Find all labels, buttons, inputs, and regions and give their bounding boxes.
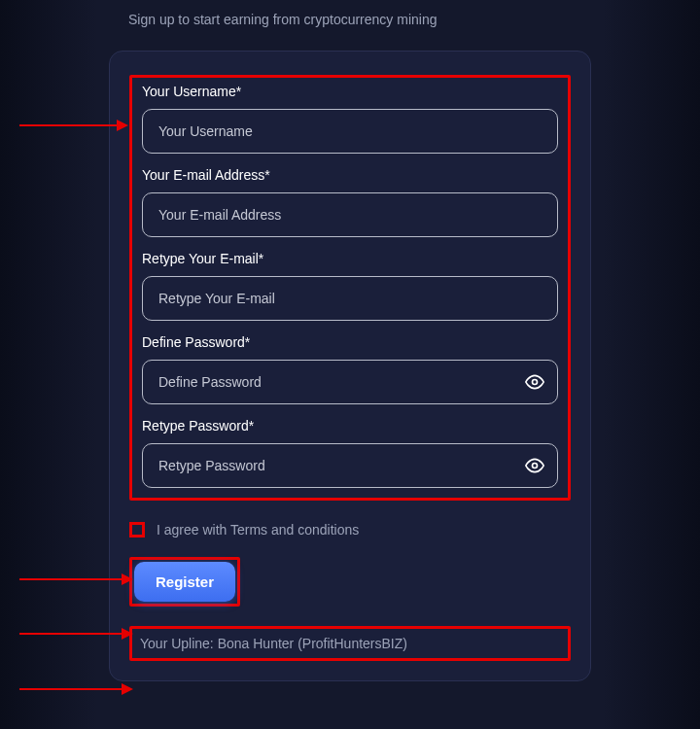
retype-email-input[interactable] bbox=[142, 276, 558, 321]
username-group: Your Username* bbox=[142, 84, 558, 154]
upline-highlight-box: Your Upline: Bona Hunter (ProfitHuntersB… bbox=[129, 626, 571, 661]
svg-point-1 bbox=[533, 464, 538, 469]
username-label: Your Username* bbox=[142, 84, 558, 99]
annotation-arrow bbox=[19, 578, 131, 580]
terms-label: I agree with Terms and conditions bbox=[157, 522, 359, 538]
annotation-arrow bbox=[19, 688, 131, 690]
svg-point-0 bbox=[533, 380, 538, 385]
password-label: Define Password* bbox=[142, 334, 558, 350]
upline-text: Your Upline: Bona Hunter (ProfitHuntersB… bbox=[140, 636, 407, 651]
retype-password-input[interactable] bbox=[142, 443, 558, 488]
signup-panel: Sign up to start earning from cryptocurr… bbox=[0, 0, 700, 701]
username-input[interactable] bbox=[142, 109, 558, 154]
eye-icon[interactable] bbox=[525, 456, 544, 475]
register-highlight-box: Register bbox=[129, 557, 240, 607]
page-subtitle: Sign up to start earning from cryptocurr… bbox=[109, 12, 591, 27]
annotation-arrow bbox=[19, 633, 131, 635]
retype-password-label: Retype Password* bbox=[142, 418, 558, 434]
annotation-arrow bbox=[19, 124, 126, 126]
password-input[interactable] bbox=[142, 360, 558, 404]
register-button[interactable]: Register bbox=[134, 562, 235, 602]
signup-form-card: Your Username* Your E-mail Address* Rety… bbox=[109, 51, 591, 681]
terms-row: I agree with Terms and conditions bbox=[129, 522, 571, 538]
email-group: Your E-mail Address* bbox=[142, 167, 558, 237]
retype-password-group: Retype Password* bbox=[142, 418, 558, 488]
terms-checkbox[interactable] bbox=[129, 522, 145, 538]
fields-highlight-box: Your Username* Your E-mail Address* Rety… bbox=[129, 75, 571, 501]
email-label: Your E-mail Address* bbox=[142, 167, 558, 183]
retype-email-label: Retype Your E-mail* bbox=[142, 251, 558, 266]
password-group: Define Password* bbox=[142, 334, 558, 404]
retype-email-group: Retype Your E-mail* bbox=[142, 251, 558, 321]
email-input[interactable] bbox=[142, 192, 558, 237]
eye-icon[interactable] bbox=[525, 372, 544, 392]
